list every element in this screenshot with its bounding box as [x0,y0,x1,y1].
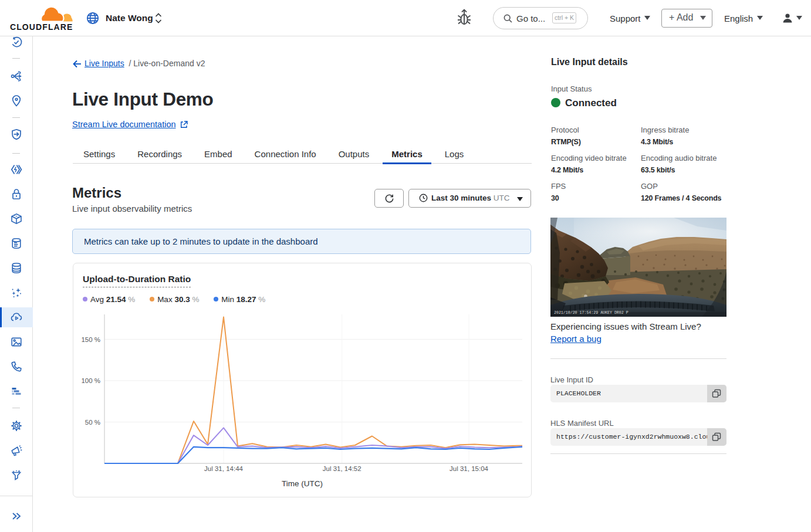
svg-text:Jul 31, 14:44: Jul 31, 14:44 [204,465,243,472]
svg-text:150 %: 150 % [81,336,100,343]
svg-text:50 %: 50 % [85,419,100,426]
svg-text:2021/10/20 17:54:29 AUKEY DR02: 2021/10/20 17:54:29 AUKEY DR02 P [554,311,628,315]
svg-text:100 %: 100 % [81,377,100,384]
svg-text:Jul 31, 15:04: Jul 31, 15:04 [450,465,488,472]
svg-text:Jul 31, 14:52: Jul 31, 14:52 [323,465,361,472]
svg-text:Time (UTC): Time (UTC) [282,479,323,488]
